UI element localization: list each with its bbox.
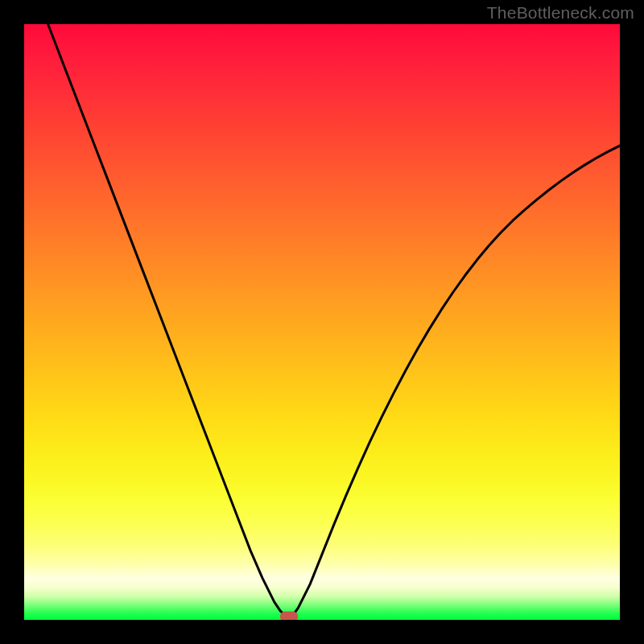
chart-stage: TheBottleneck.com	[0, 0, 644, 644]
minimum-marker	[280, 611, 298, 620]
bottleneck-curve	[48, 24, 620, 617]
plot-area	[24, 24, 620, 620]
curve-layer	[24, 24, 620, 620]
watermark-text: TheBottleneck.com	[487, 3, 634, 23]
